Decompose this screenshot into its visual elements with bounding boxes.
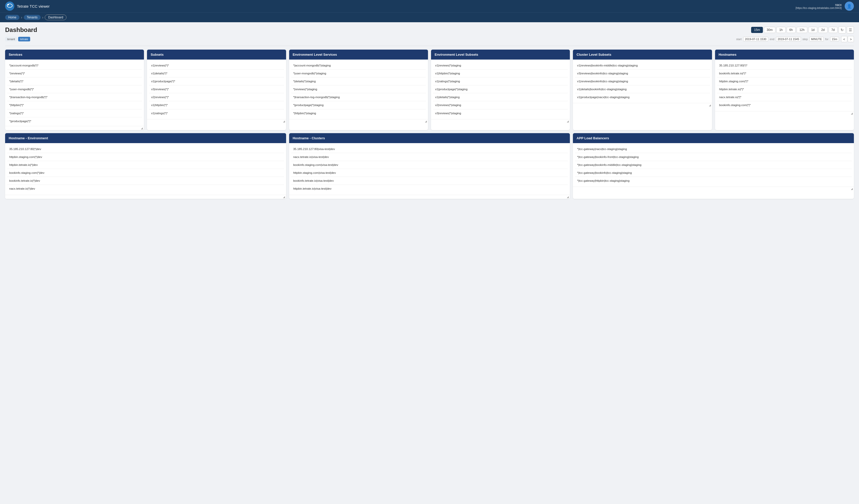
avatar[interactable]: 👤 (845, 1, 854, 11)
resize-icon: ◢ (567, 120, 569, 123)
subsets-card: Subsets v1|reviews|*|* v1|details|*|* v1… (147, 50, 286, 130)
logo-area: Tetrate TCC viewer (5, 1, 50, 11)
list-item: v1|reviews|bookinfo|tcc-staging|staging (575, 77, 710, 85)
start-value[interactable]: 2019-07-11 1530 (743, 37, 768, 42)
list-item: bookinfo.staging.com|visa-test|dev (291, 161, 568, 169)
hostname-env-card-body: 35.185.210.127:80|*|dev httpbin.staging.… (5, 143, 286, 195)
app-lb-card: APP Load Balancers *|tcc-gateway|nacx|tc… (573, 133, 854, 199)
breadcrumb-tenants[interactable]: Tenants (24, 15, 41, 20)
env-services-card: Environment Level Services *|account-mon… (289, 50, 428, 130)
services-card-resize[interactable]: ◢ (5, 126, 144, 130)
list-item: *|user-mongodb|*|staging (291, 70, 426, 77)
app-lb-card-resize[interactable]: ◢ (573, 187, 854, 191)
list-item: v1|httpbin|*|* (149, 101, 284, 109)
view-toggle-button[interactable]: ☰ (847, 26, 854, 33)
list-item: v3|reviews|*|* (149, 85, 284, 93)
list-item: *|httpbin|*|* (7, 101, 142, 109)
list-item: bookinfo.tetrate.io|*|dev (7, 177, 284, 185)
list-item: v1|productpage|nacx|tcc-staging|staging (575, 93, 710, 101)
resize-icon: ◢ (283, 120, 285, 123)
time-btn-2d[interactable]: 2d (818, 27, 827, 33)
env-services-card-header: Environment Level Services (289, 50, 428, 60)
time-btn-7d[interactable]: 7d (829, 27, 838, 33)
services-card-body: *|account-mongodb|*|* *|reviews|*|* *|de… (5, 60, 144, 126)
list-item: v1|details|*|staging (433, 93, 568, 101)
hostname-clusters-card-resize[interactable]: ◢ (289, 195, 570, 199)
tenant-tag-value: tetrate (18, 37, 30, 42)
main-content: Dashboard 15m 30m 1h 6h 12h 1d 2d 7d ↻ ☰… (0, 22, 859, 203)
refresh-button[interactable]: ↻ (839, 26, 846, 33)
hostname-clusters-card-body: 35.185.210.127:80|visa-test|dev nacx.tet… (289, 143, 570, 195)
list-item: v2|reviews|*|* (149, 93, 284, 101)
nav-prev[interactable]: < (841, 36, 847, 42)
list-item: v1|httpbin|*|staging (433, 70, 568, 77)
time-btn-30m[interactable]: 30m (764, 27, 775, 33)
list-item: nacx.tetrate.io|visa-test|dev (291, 153, 568, 161)
cluster-subsets-card-resize[interactable]: ◢ (573, 103, 712, 107)
resize-icon: ◢ (141, 127, 143, 129)
list-item: *|account-mongodb|*|* (7, 62, 142, 70)
svg-point-2 (7, 4, 9, 5)
list-item: httpbin.staging.com|*|dev (7, 153, 284, 161)
hostname-env-card-resize[interactable]: ◢ (5, 195, 286, 199)
end-label: end (770, 37, 774, 41)
step-value[interactable]: MINUTE (809, 37, 824, 42)
start-label: start (736, 37, 741, 41)
time-btn-15m[interactable]: 15m (751, 27, 763, 33)
page-header: Dashboard 15m 30m 1h 6h 12h 1d 2d 7d ↻ ☰ (5, 26, 854, 33)
resize-icon: ◢ (283, 196, 285, 198)
list-item: v1|ratings|*|* (149, 109, 284, 117)
divider (5, 46, 854, 46)
time-btn-12h[interactable]: 12h (797, 27, 807, 33)
list-item: *|tcc-gateway|httpbin|tcc-staging|stagin… (575, 177, 852, 185)
logo-icon (5, 1, 14, 11)
env-services-card-resize[interactable]: ◢ (289, 119, 428, 123)
breadcrumb-dashboard[interactable]: Dashboard (45, 15, 66, 20)
hostnames-card: Hostnames 35.185.210.127:80|*|* bookinfo… (715, 50, 854, 130)
list-item: bookinfo.staging.com|*|* (717, 101, 852, 109)
breadcrumb-bar: Home › Tenants › Dashboard (0, 12, 859, 22)
services-card-header: Services (5, 50, 144, 60)
nav-next[interactable]: > (848, 36, 854, 42)
list-item: *|tcc-gateway|bookinfo-front|tcc-staging… (575, 153, 852, 161)
env-subsets-card-body: v1|reviews|*|staging v1|httpbin|*|stagin… (431, 60, 570, 119)
time-btn-1d[interactable]: 1d (809, 27, 817, 33)
list-item: 35.185.210.127:80|visa-test|dev (291, 145, 568, 153)
list-item: nacx.tetrate.io|*|dev (7, 185, 284, 193)
env-services-card-body: *|account-mongodb|*|staging *|user-mongo… (289, 60, 428, 119)
app-title: Tetrate TCC viewer (17, 4, 50, 9)
list-item: *|transaction-log-mongodb|*|staging (291, 93, 426, 101)
env-subsets-card-resize[interactable]: ◢ (431, 119, 570, 123)
bottom-cards-grid: Hostname - Environment 35.185.210.127:80… (5, 133, 854, 199)
list-item: *|reviews|*|staging (291, 85, 426, 93)
list-item: v1|reviews|*|* (149, 62, 284, 70)
subsets-card-resize[interactable]: ◢ (147, 119, 286, 123)
for-value[interactable]: 15m (830, 37, 839, 42)
user-area: nacx [https://tcc-staging.tetratelabs.co… (796, 1, 854, 11)
list-item: *|reviews|*|* (7, 70, 142, 77)
env-subsets-card: Environment Level Subsets v1|reviews|*|s… (431, 50, 570, 130)
hostname-env-card: Hostname - Environment 35.185.210.127:80… (5, 133, 286, 199)
hostnames-card-resize[interactable]: ◢ (715, 111, 854, 115)
list-item: v1|details|bookinfo|tcc-staging|staging (575, 85, 710, 93)
list-item: v1|productpage|*|staging (433, 85, 568, 93)
list-item: *|account-mongodb|*|staging (291, 62, 426, 70)
hostnames-card-header: Hostnames (715, 50, 854, 60)
list-item: *|tcc-gateway|nacx|tcc-staging|staging (575, 145, 852, 153)
env-subsets-card-header: Environment Level Subsets (431, 50, 570, 60)
hostname-clusters-card: Hostname - Clusters 35.185.210.127:80|vi… (289, 133, 570, 199)
time-btn-6h[interactable]: 6h (787, 27, 796, 33)
time-params: start 2019-07-11 1530 end 2019-07-11 154… (736, 37, 839, 42)
svg-point-0 (5, 1, 14, 11)
top-nav: Tetrate TCC viewer nacx [https://tcc-sta… (0, 0, 859, 12)
end-value[interactable]: 2019-07-11 1545 (776, 37, 801, 42)
list-item: v3|reviews|*|staging (433, 109, 568, 117)
list-item: *|user-mongodb|*|* (7, 85, 142, 93)
resize-icon: ◢ (567, 196, 569, 198)
list-item: bookinfo.tetrate.io|visa-test|dev (291, 177, 568, 185)
app-lb-card-body: *|tcc-gateway|nacx|tcc-staging|staging *… (573, 143, 854, 187)
breadcrumb-sep-1: › (21, 15, 22, 19)
breadcrumb-home[interactable]: Home (5, 15, 19, 20)
list-item: *|details|*|staging (291, 77, 426, 85)
time-btn-1h[interactable]: 1h (777, 27, 785, 33)
